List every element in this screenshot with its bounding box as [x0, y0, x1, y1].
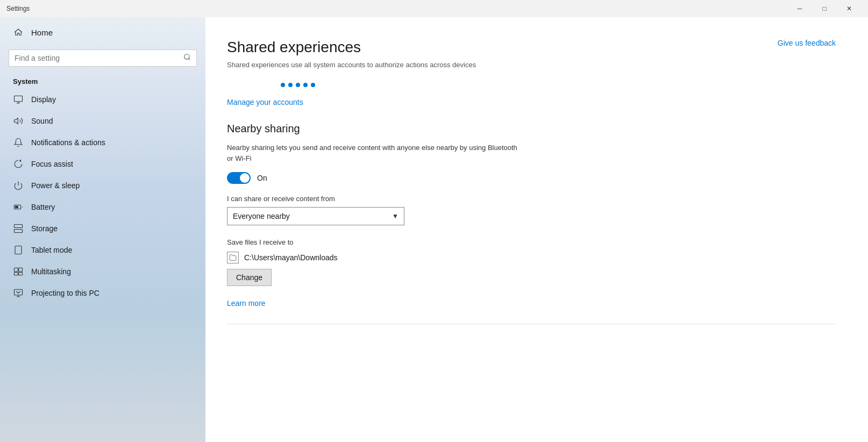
sidebar-item-label: Focus assist [31, 160, 73, 168]
sidebar-item-label: Display [31, 95, 56, 104]
sidebar-item-storage[interactable]: Storage [0, 218, 205, 239]
manage-accounts-link[interactable]: Manage your accounts [227, 98, 836, 106]
learn-more-link[interactable]: Learn more [227, 299, 836, 308]
app-container: Home System Display [0, 17, 868, 442]
dot-4 [303, 83, 308, 87]
svg-rect-15 [19, 273, 23, 275]
home-label: Home [31, 28, 53, 37]
sidebar-item-label: Multitasking [31, 267, 71, 276]
nearby-sharing-toggle[interactable] [227, 172, 251, 184]
svg-rect-16 [15, 289, 23, 295]
search-box [9, 49, 197, 67]
file-path-row: C:\Users\mayan\Downloads [227, 252, 836, 263]
sidebar-item-multitasking[interactable]: Multitasking [0, 261, 205, 282]
page-title: Shared experiences [227, 39, 836, 56]
save-files-label: Save files I receive to [227, 238, 836, 246]
sidebar-item-projecting[interactable]: Projecting to this PC [0, 282, 205, 304]
sidebar-item-sound[interactable]: Sound [0, 110, 205, 132]
sidebar: Home System Display [0, 17, 205, 442]
content-from-dropdown[interactable]: Everyone nearby ▼ [227, 207, 404, 225]
sidebar-item-label: Projecting to this PC [31, 289, 99, 297]
sidebar-item-display[interactable]: Display [0, 89, 205, 110]
notifications-icon [13, 137, 24, 148]
app-title: Settings [6, 5, 787, 12]
sidebar-section-title: System [0, 73, 205, 89]
sidebar-item-label: Sound [31, 117, 53, 125]
divider [227, 324, 836, 324]
sidebar-item-notifications[interactable]: Notifications & actions [0, 132, 205, 153]
svg-rect-1 [15, 96, 23, 102]
svg-rect-6 [15, 225, 23, 228]
svg-marker-2 [15, 118, 18, 124]
dot-3 [296, 83, 300, 87]
svg-rect-5 [15, 206, 18, 209]
toggle-state-label: On [257, 174, 267, 182]
dot-1 [281, 83, 285, 87]
close-button[interactable]: ✕ [837, 0, 862, 17]
minimize-button[interactable]: ─ [787, 0, 812, 17]
folder-icon [227, 252, 239, 263]
nearby-sharing-title: Nearby sharing [227, 123, 836, 135]
main-content: Give us feedback Shared experiences Shar… [205, 17, 868, 442]
svg-rect-7 [15, 230, 23, 233]
focus-icon [13, 159, 24, 169]
svg-rect-10 [15, 246, 22, 254]
change-button[interactable]: Change [227, 269, 272, 286]
sidebar-home[interactable]: Home [0, 17, 205, 47]
sidebar-item-label: Storage [31, 224, 58, 233]
sidebar-item-tablet[interactable]: Tablet mode [0, 239, 205, 261]
svg-rect-14 [15, 273, 18, 275]
file-path-text: C:\Users\mayan\Downloads [244, 253, 338, 262]
titlebar: Settings ─ □ ✕ [0, 0, 868, 17]
svg-rect-12 [15, 268, 18, 272]
page-subtitle: Shared experiences use all system accoun… [227, 60, 550, 70]
display-icon [13, 94, 24, 105]
search-icon [183, 53, 191, 63]
power-icon [13, 180, 24, 191]
sidebar-item-label: Power & sleep [31, 181, 80, 190]
projecting-icon [13, 288, 24, 298]
search-input[interactable] [15, 54, 179, 62]
sound-icon [13, 116, 24, 126]
maximize-button[interactable]: □ [812, 0, 837, 17]
dot-5 [311, 83, 315, 87]
dots-loader [227, 83, 836, 87]
home-icon [13, 27, 24, 38]
dot-2 [288, 83, 293, 87]
multitasking-icon [13, 266, 24, 277]
sidebar-item-power[interactable]: Power & sleep [0, 175, 205, 196]
window-controls: ─ □ ✕ [787, 0, 862, 17]
dropdown-value: Everyone nearby [233, 212, 290, 220]
feedback-link[interactable]: Give us feedback [778, 39, 836, 47]
sidebar-item-label: Battery [31, 203, 55, 211]
tablet-icon [13, 245, 24, 255]
content-from-label: I can share or receive content from [227, 195, 836, 203]
sidebar-item-battery[interactable]: Battery [0, 196, 205, 218]
storage-icon [13, 223, 24, 234]
svg-rect-13 [19, 268, 23, 272]
battery-icon [13, 202, 24, 212]
sidebar-item-label: Notifications & actions [31, 138, 105, 147]
nearby-sharing-toggle-row: On [227, 172, 836, 184]
sidebar-item-focus[interactable]: Focus assist [0, 153, 205, 175]
dropdown-arrow-icon: ▼ [392, 212, 399, 220]
nearby-sharing-description: Nearby sharing lets you send and receive… [227, 142, 517, 163]
toggle-knob [240, 173, 250, 183]
svg-point-0 [184, 54, 189, 59]
sidebar-item-label: Tablet mode [31, 246, 72, 254]
